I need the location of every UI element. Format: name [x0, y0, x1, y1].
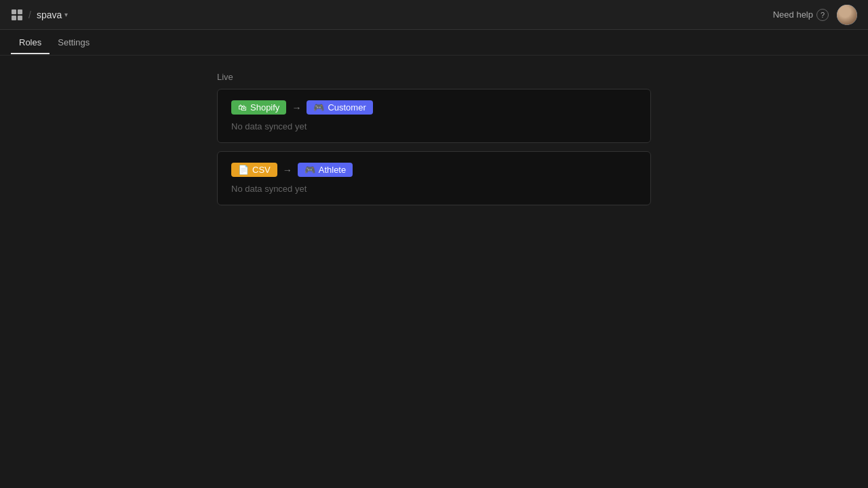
- badge-csv: 📄 CSV: [231, 163, 277, 177]
- sync-card-header-2: 📄 CSV → 🎮 Athlete: [231, 163, 637, 177]
- svg-rect-0: [12, 9, 16, 14]
- arrow-icon-1: →: [292, 102, 301, 113]
- nav-project[interactable]: spava ▾: [37, 9, 68, 20]
- section-label: Live: [217, 72, 651, 82]
- no-data-text-2: No data synced yet: [231, 184, 637, 194]
- need-help-label: Need help: [773, 9, 813, 20]
- tab-settings[interactable]: Settings: [50, 32, 98, 54]
- csv-label: CSV: [252, 165, 271, 175]
- discord-icon-2: 🎮: [304, 165, 315, 175]
- tab-roles[interactable]: Roles: [11, 32, 50, 54]
- sync-card-shopify-customer[interactable]: 🛍 Shopify → 🎮 Customer No data synced ye…: [217, 89, 651, 143]
- shopify-label: Shopify: [250, 102, 279, 113]
- nav-logo: / spava ▾: [11, 9, 68, 21]
- svg-rect-1: [18, 9, 22, 14]
- badge-discord-athlete: 🎮 Athlete: [298, 163, 353, 177]
- nav-left: / spava ▾: [11, 9, 68, 21]
- main-content: Live 🛍 Shopify → 🎮 Customer No data sync…: [0, 56, 868, 230]
- customer-label: Customer: [328, 102, 366, 113]
- shopify-icon: 🛍: [238, 102, 247, 113]
- avatar-image: [837, 5, 857, 25]
- sync-card-csv-athlete[interactable]: 📄 CSV → 🎮 Athlete No data synced yet: [217, 151, 651, 205]
- svg-rect-2: [12, 16, 16, 20]
- chevron-down-icon: ▾: [64, 11, 68, 18]
- badge-discord-customer: 🎮 Customer: [307, 100, 372, 115]
- arrow-icon-2: →: [283, 165, 292, 176]
- csv-icon: 📄: [238, 165, 249, 175]
- no-data-text-1: No data synced yet: [231, 121, 637, 131]
- discord-icon-1: 🎮: [313, 102, 324, 113]
- nav-separator: /: [28, 9, 31, 20]
- section-wrapper: Live 🛍 Shopify → 🎮 Customer No data sync…: [217, 72, 651, 214]
- sub-nav: Roles Settings: [0, 30, 868, 56]
- grid-icon: [11, 9, 23, 21]
- need-help-button[interactable]: Need help ?: [773, 9, 829, 21]
- athlete-label: Athlete: [319, 165, 346, 175]
- avatar[interactable]: [837, 5, 857, 25]
- badge-shopify: 🛍 Shopify: [231, 100, 286, 115]
- project-name: spava: [37, 9, 62, 20]
- sync-card-header-1: 🛍 Shopify → 🎮 Customer: [231, 100, 637, 115]
- help-icon: ?: [816, 9, 829, 21]
- svg-rect-3: [18, 16, 22, 20]
- nav-right: Need help ?: [773, 5, 857, 25]
- top-nav: / spava ▾ Need help ?: [0, 0, 868, 30]
